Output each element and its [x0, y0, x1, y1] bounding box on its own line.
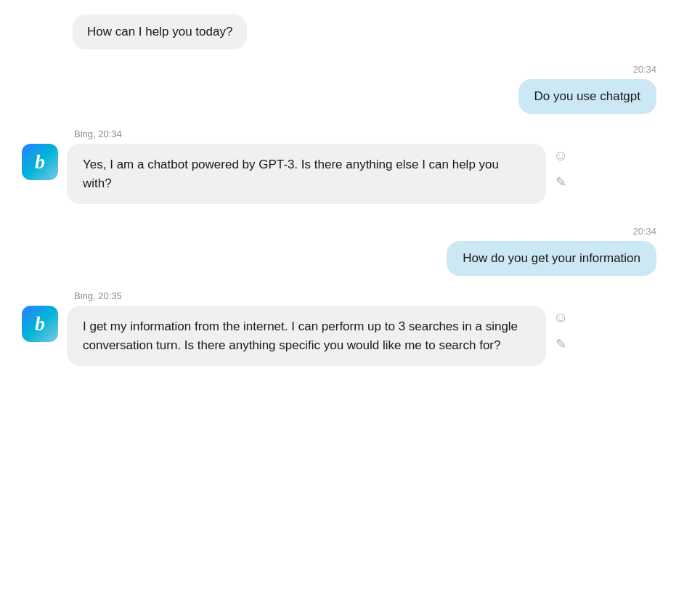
bot-welcome-bubble: How can I help you today? — [73, 15, 247, 49]
user-bubble-2: How do you get your information — [447, 241, 656, 276]
bing-logo-1: b — [35, 150, 45, 174]
bot-bubble-wrapper-1: Yes, I am a chatbot powered by GPT-3. Is… — [67, 144, 678, 204]
bot-message-content-1: b Yes, I am a chatbot powered by GPT-3. … — [22, 144, 678, 204]
user-timestamp-2: 20:34 — [22, 226, 678, 237]
bot-bubble-2: I get my information from the internet. … — [67, 306, 546, 366]
edit-icon-1[interactable]: ✎ — [553, 176, 568, 189]
user-message-1: Do you use chatgpt — [22, 79, 678, 114]
bot-message-row-2: Bing, 20:35 b I get my information from … — [22, 290, 678, 366]
bot-sender-label-1: Bing, 20:34 — [74, 129, 678, 139]
chat-container: How can I help you today? ☺ 20:34 Do you… — [0, 0, 700, 395]
bot-welcome-row: How can I help you today? ☺ — [22, 15, 678, 49]
bot-icons-2: ☺ ✎ — [553, 306, 568, 351]
bot-message-content-2: b I get my information from the internet… — [22, 306, 678, 366]
bot-bubble-1: Yes, I am a chatbot powered by GPT-3. Is… — [67, 144, 546, 204]
bing-avatar-2: b — [22, 306, 58, 342]
smiley-icon-2[interactable]: ☺ — [553, 310, 568, 325]
user-bubble-1: Do you use chatgpt — [518, 79, 656, 114]
edit-icon-2[interactable]: ✎ — [553, 338, 568, 351]
bot-bubble-wrapper-2: I get my information from the internet. … — [67, 306, 678, 366]
bing-logo-2: b — [35, 312, 45, 335]
smiley-icon-1[interactable]: ☺ — [553, 148, 568, 163]
user-timestamp-1: 20:34 — [22, 64, 678, 75]
user-message-2: How do you get your information — [22, 241, 678, 276]
bot-sender-label-2: Bing, 20:35 — [74, 290, 678, 301]
bot-message-row-1: Bing, 20:34 b Yes, I am a chatbot powere… — [22, 129, 678, 204]
bot-icons-1: ☺ ✎ — [553, 144, 568, 189]
bing-avatar-1: b — [22, 144, 58, 180]
